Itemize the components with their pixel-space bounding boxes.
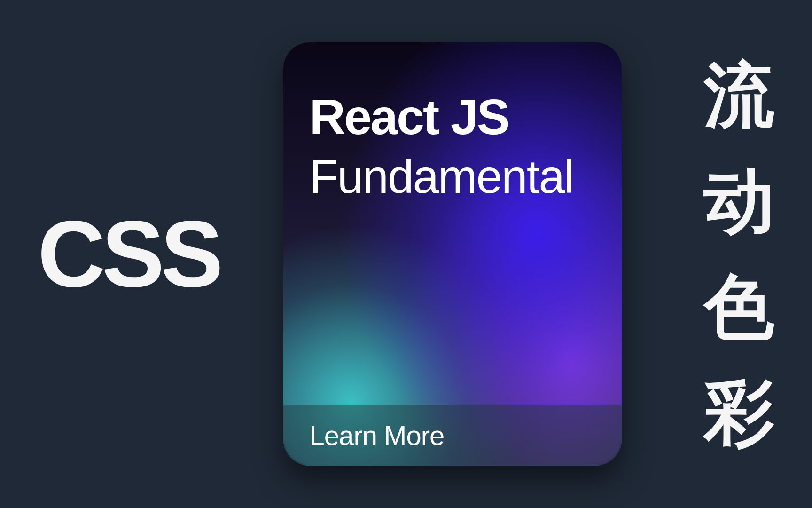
card-content: React JS Fundamental bbox=[283, 42, 622, 205]
course-card[interactable]: React JS Fundamental Learn More bbox=[283, 42, 622, 466]
card-footer[interactable]: Learn More bbox=[283, 405, 622, 466]
char-hue: 彩 bbox=[704, 360, 774, 466]
char-move: 动 bbox=[704, 148, 774, 254]
card-subtitle: Fundamental bbox=[310, 148, 595, 205]
css-label: CSS bbox=[38, 207, 219, 301]
char-color: 色 bbox=[704, 254, 774, 360]
chinese-vertical-label: 流 动 色 彩 bbox=[704, 42, 774, 466]
card-title: React JS bbox=[310, 89, 595, 144]
char-flow: 流 bbox=[704, 42, 774, 148]
learn-more-button[interactable]: Learn More bbox=[310, 420, 445, 451]
